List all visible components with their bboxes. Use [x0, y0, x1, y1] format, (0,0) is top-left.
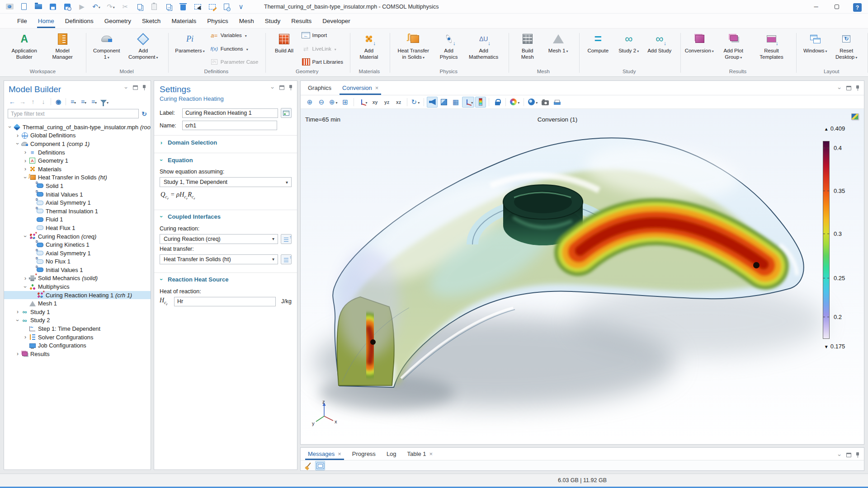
close-icon[interactable]: × — [338, 450, 341, 457]
tree-item[interactable]: Mesh 1 — [4, 299, 151, 308]
equation-study-select[interactable]: Study 1, Time Dependent — [160, 177, 292, 187]
graphics-tab[interactable]: Graphics — [302, 81, 337, 95]
panel-menu-icon[interactable] — [836, 85, 843, 91]
refresh-icon[interactable]: ↻ — [142, 110, 147, 117]
add-study-button[interactable]: Add Study — [645, 31, 675, 67]
transparency[interactable] — [439, 97, 449, 108]
tree-item[interactable]: Curing Reaction (creq) — [4, 232, 151, 241]
expander-icon[interactable] — [22, 284, 28, 290]
lock-view[interactable] — [492, 97, 503, 108]
heat-of-reaction-input[interactable] — [174, 297, 276, 306]
save-as[interactable] — [61, 1, 73, 12]
clear-messages[interactable] — [303, 461, 313, 470]
undo[interactable]: ↶ — [90, 1, 102, 12]
functions-button[interactable]: Functions — [208, 45, 260, 53]
messages-tab[interactable]: Progress — [347, 448, 381, 460]
messages-tab[interactable]: Log — [381, 448, 402, 460]
expander-icon[interactable] — [22, 275, 28, 282]
rotate-view[interactable]: ↻ — [410, 97, 421, 108]
tree-item[interactable]: Initial Values 1 — [4, 190, 151, 199]
float-panel-icon[interactable] — [846, 453, 851, 457]
add-plot-group-button[interactable]: Add Plot Group — [715, 31, 752, 67]
section-equation[interactable]: Equation — [154, 153, 297, 167]
model-manager-button[interactable]: Model Manager — [45, 31, 80, 67]
tree-item[interactable]: Results — [4, 350, 151, 358]
expander-icon[interactable] — [22, 334, 28, 340]
cut[interactable]: ✂ — [119, 1, 131, 12]
menu-item[interactable]: Physics — [202, 14, 234, 28]
tree-item[interactable]: Thermal Insulation 1 — [4, 207, 151, 216]
expander-icon[interactable] — [22, 149, 28, 155]
messages-tab[interactable]: Table 1 × — [402, 448, 439, 460]
build-mesh-button[interactable]: Build Mesh — [513, 31, 542, 67]
snapshot[interactable] — [540, 97, 551, 108]
menu-item[interactable]: Sketch — [137, 14, 166, 28]
tree-item[interactable]: Multiphysics — [4, 282, 151, 291]
curing-reaction-select[interactable]: Curing Reaction (creq) — [160, 234, 278, 244]
heat-transfer-in-solids-button[interactable]: Heat Transfer in Solids — [394, 31, 433, 67]
tree-item[interactable]: Study 1 — [4, 308, 151, 316]
expander-icon[interactable] — [14, 132, 21, 139]
conversion-button[interactable]: Conversion — [684, 31, 714, 67]
tree-item[interactable]: Job Configurations — [4, 341, 151, 350]
minimize-button[interactable]: ─ — [806, 0, 826, 14]
tree-item[interactable]: Solid Mechanics (solid) — [4, 274, 151, 283]
go-to-source-button[interactable] — [281, 234, 292, 244]
zoom-box[interactable]: ⊕ — [328, 97, 339, 108]
part-libraries-button[interactable]: Part Libraries — [300, 58, 345, 66]
pin-panel-icon[interactable] — [142, 84, 147, 91]
open-file[interactable] — [33, 1, 44, 12]
orientation-axes[interactable] — [462, 97, 474, 108]
new-file[interactable] — [18, 1, 30, 12]
compute-button[interactable]: Compute — [583, 31, 613, 67]
tree-item[interactable]: Global Definitions — [4, 131, 151, 140]
tree-item[interactable]: Definitions — [4, 148, 151, 157]
tree-item[interactable]: Materials — [4, 165, 151, 174]
tree-item[interactable]: Axial Symmetry 1 — [4, 198, 151, 207]
tree-filter-input[interactable] — [8, 109, 139, 118]
save[interactable] — [47, 1, 59, 12]
reset-desktop-button[interactable]: Reset Desktop — [831, 31, 862, 67]
menu-item[interactable]: File — [12, 14, 33, 28]
application-builder-button[interactable]: Application Builder — [5, 31, 44, 67]
expander-icon[interactable] — [7, 124, 13, 130]
float-panel-icon[interactable] — [279, 85, 284, 90]
expander-icon[interactable] — [14, 309, 21, 315]
material-color[interactable] — [427, 97, 438, 108]
menu-item[interactable]: Materials — [166, 14, 202, 28]
expander-icon[interactable] — [14, 351, 21, 357]
windows-button[interactable]: Windows — [800, 31, 830, 67]
section-coupled-interfaces[interactable]: Coupled Interfaces — [154, 210, 297, 224]
tree-item[interactable]: Fluid 1 — [4, 216, 151, 224]
view-xy[interactable]: xy — [370, 97, 381, 108]
show-grid[interactable]: ▦ — [450, 97, 461, 108]
show-toggle[interactable]: ◉ — [54, 97, 63, 106]
run[interactable]: ▶ — [76, 1, 88, 12]
qat-overflow[interactable]: ∨ — [235, 1, 247, 12]
build-all-button[interactable]: Build All — [269, 31, 299, 67]
variables-button[interactable]: Variables — [208, 31, 260, 39]
tree-item[interactable]: Component 1 (comp 1) — [4, 140, 151, 148]
expander-icon[interactable] — [22, 174, 28, 181]
model-tree-display[interactable]: ≡ — [90, 97, 99, 106]
name-input[interactable] — [182, 121, 277, 130]
filter[interactable] — [100, 97, 109, 106]
tree-item[interactable]: Initial Values 1 — [4, 266, 151, 274]
tree-item[interactable]: Solid 1 — [4, 182, 151, 190]
float-panel-icon[interactable] — [133, 85, 138, 90]
mesh-1-button[interactable]: Mesh 1 — [543, 31, 573, 67]
go-back[interactable]: ← — [8, 97, 17, 106]
add-material-button[interactable]: Add Material — [354, 31, 384, 67]
open-in-window[interactable] — [315, 461, 325, 470]
expander-icon[interactable] — [22, 158, 28, 164]
menu-item[interactable]: Definitions — [60, 14, 99, 28]
result-templates-button[interactable]: Result Templates — [753, 31, 791, 67]
expander-icon[interactable] — [22, 233, 28, 239]
add-mathematics-button[interactable]: Add Mathematics — [465, 31, 503, 67]
add-physics-button[interactable]: Add Physics — [434, 31, 464, 67]
go-to-source-button[interactable] — [281, 254, 292, 264]
comsol-logo[interactable] — [4, 1, 15, 12]
tree-item[interactable]: Geometry 1 — [4, 156, 151, 165]
environment-reflections[interactable] — [527, 97, 539, 108]
heat-transfer-select[interactable]: Heat Transfer in Solids (ht) — [160, 254, 278, 264]
